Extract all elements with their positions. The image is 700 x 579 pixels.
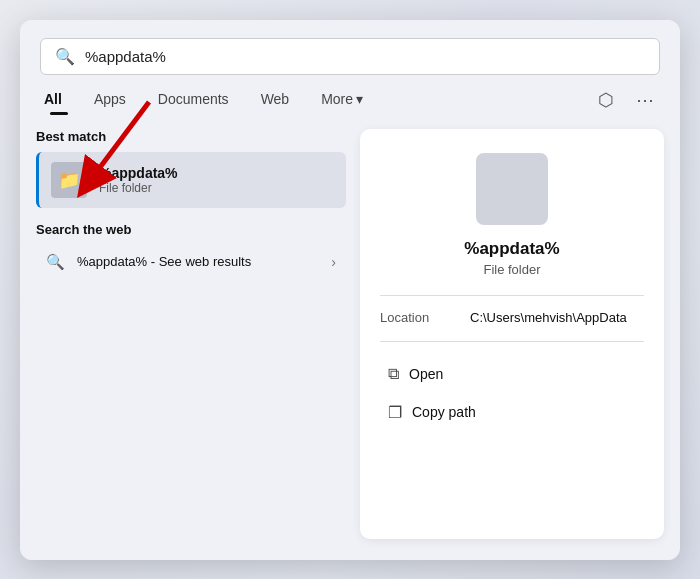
best-match-type: File folder xyxy=(99,181,334,195)
divider-2 xyxy=(380,341,644,342)
location-value: C:\Users\mehvish\AppData xyxy=(470,310,627,325)
search-panel: 🔍 %appdata% All Apps Documents Web More … xyxy=(20,20,680,560)
search-bar[interactable]: 🔍 %appdata% xyxy=(40,38,660,75)
right-panel: %appdata% File folder Location C:\Users\… xyxy=(360,129,664,539)
share-icon-button[interactable]: ⬡ xyxy=(592,85,620,115)
divider xyxy=(380,295,644,296)
right-file-type: File folder xyxy=(483,262,540,277)
search-icon: 🔍 xyxy=(55,47,75,66)
web-search-icon: 🔍 xyxy=(46,253,65,271)
open-label: Open xyxy=(409,366,443,382)
right-file-icon xyxy=(476,153,548,225)
content-area: Best match 📁 %appdata% File folder xyxy=(20,115,680,555)
more-options-button[interactable]: ⋯ xyxy=(630,85,660,115)
file-folder-icon: 📁 xyxy=(51,162,87,198)
best-match-title: Best match xyxy=(36,129,346,144)
left-panel: Best match 📁 %appdata% File folder xyxy=(36,129,346,539)
tabs-row: All Apps Documents Web More ▾ ⬡ ⋯ xyxy=(20,75,680,115)
web-search-item[interactable]: 🔍 %appdata% - See web results › xyxy=(36,245,346,279)
copy-icon: ❐ xyxy=(388,403,402,422)
location-row: Location C:\Users\mehvish\AppData xyxy=(380,310,644,325)
search-query[interactable]: %appdata% xyxy=(85,48,166,65)
location-label: Location xyxy=(380,310,470,325)
tab-documents[interactable]: Documents xyxy=(142,85,245,115)
open-icon: ⧉ xyxy=(388,365,399,383)
right-file-name: %appdata% xyxy=(464,239,559,259)
chevron-right-icon: › xyxy=(331,254,336,270)
web-section-title: Search the web xyxy=(36,222,346,237)
open-button[interactable]: ⧉ Open xyxy=(380,356,644,392)
tab-apps[interactable]: Apps xyxy=(78,85,142,115)
web-item-name: %appdata% - See web results xyxy=(77,254,319,269)
tab-web[interactable]: Web xyxy=(245,85,306,115)
best-match-name: %appdata% xyxy=(99,165,334,181)
copy-path-label: Copy path xyxy=(412,404,476,420)
tab-more[interactable]: More ▾ xyxy=(305,85,379,115)
chevron-down-icon: ▾ xyxy=(356,91,363,107)
tabs-icons: ⬡ ⋯ xyxy=(592,85,660,115)
copy-path-button[interactable]: ❐ Copy path xyxy=(380,394,644,431)
best-match-item[interactable]: 📁 %appdata% File folder xyxy=(36,152,346,208)
search-bar-row: 🔍 %appdata% xyxy=(20,20,680,75)
tab-all[interactable]: All xyxy=(40,85,78,115)
